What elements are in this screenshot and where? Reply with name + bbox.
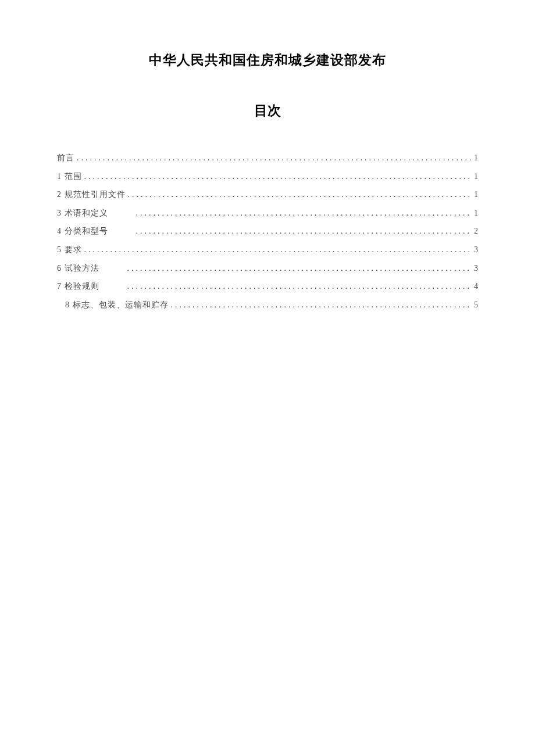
toc-item: 2 规范性引用文件 1 [57, 189, 478, 200]
toc-dots [77, 152, 472, 164]
toc-item: 1 范围 1 [57, 171, 478, 182]
toc-label: 2 规范性引用文件 [57, 189, 126, 200]
toc-page: 1 [474, 189, 478, 200]
toc-dots [136, 207, 472, 219]
toc-item: 7 检验规则 4 [57, 281, 478, 292]
toc-item: 3 术语和定义 1 [57, 207, 478, 219]
toc-dots [136, 225, 472, 237]
toc-label: 5 要求 [57, 244, 82, 256]
toc-dots [171, 299, 472, 311]
toc-label: 1 范围 [57, 171, 82, 182]
toc-dots [84, 171, 472, 182]
toc-page: 5 [474, 299, 478, 311]
toc-page: 2 [474, 225, 478, 237]
toc-page: 4 [474, 281, 478, 292]
toc-item: 6 试验方法 3 [57, 263, 478, 274]
toc-page: 1 [474, 171, 478, 182]
toc-heading: 目次 [57, 102, 478, 120]
toc-item: 5 要求 3 [57, 244, 478, 256]
toc-dots [127, 263, 472, 274]
toc-page: 3 [474, 263, 478, 274]
toc-item: 前言 1 [57, 152, 478, 164]
toc-label: 6 试验方法 [57, 263, 99, 274]
toc-dots [84, 244, 472, 256]
toc-label: 前言 [57, 152, 74, 164]
toc-label: 8 标志、包装、运输和贮存 [65, 299, 169, 311]
toc-page: 1 [474, 207, 478, 219]
toc-item: 8 标志、包装、运输和贮存 5 [57, 299, 478, 311]
toc-dots [127, 281, 472, 292]
toc-page: 1 [474, 152, 478, 164]
toc-label: 7 检验规则 [57, 281, 99, 292]
toc-label: 4 分类和型号 [57, 225, 108, 237]
toc-item: 4 分类和型号 2 [57, 225, 478, 237]
document-title: 中华人民共和国住房和城乡建设部发布 [57, 51, 478, 69]
toc-label: 3 术语和定义 [57, 207, 108, 219]
table-of-contents: 前言 1 1 范围 1 2 规范性引用文件 1 3 术语和定义 1 4 分类和型… [57, 152, 478, 310]
toc-page: 3 [474, 244, 478, 256]
toc-dots [128, 189, 472, 200]
